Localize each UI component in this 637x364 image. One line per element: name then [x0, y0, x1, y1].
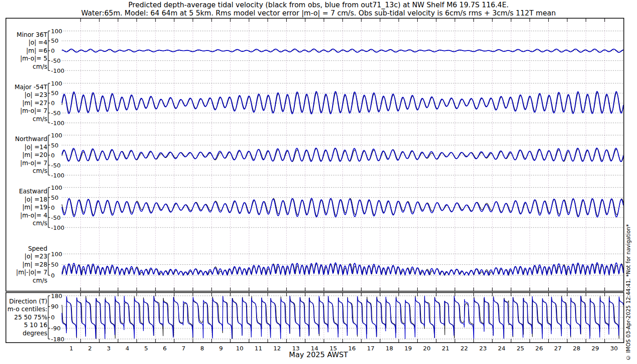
panel-label-line: |m|-|o|= 7: [0, 268, 47, 277]
panel-label-line: |o| =4: [0, 39, 47, 47]
panel-label-block-minor: Minor 36T|o| =4|m| =6|m-o|= 5cm/s: [0, 31, 47, 71]
panel-label-line: |m| =27: [0, 99, 47, 107]
panel-label-line: |m| =19: [0, 203, 47, 212]
y-tick-label: -90: [51, 325, 61, 331]
panel-label-line: |o| =23: [0, 253, 47, 261]
panel-label-block-east: Eastward|o| =18|m| =19|m-o|= 4cm/s: [0, 187, 47, 228]
tidal-plot-canvas: [0, 0, 637, 364]
y-tick-label: 100: [51, 81, 63, 86]
panel-label-line: |m-o|= 4: [0, 212, 47, 220]
copyright-vertical-text: © IMOS 03-Apr-2025 12:44:41. *Not for na…: [625, 183, 632, 361]
panel-label-line: Minor 36T: [0, 31, 47, 39]
y-tick-label: 100: [51, 251, 63, 257]
panel-label-line: cm/s: [0, 115, 47, 123]
panel-label-line: |m| =28: [0, 261, 47, 269]
y-tick-label: 180: [51, 293, 63, 299]
y-tick-label: -50: [51, 215, 61, 221]
y-tick-label: 50: [51, 262, 59, 268]
panel-label-line: |o| =14: [0, 143, 47, 152]
panel-label-block-dir: Direction (T)m-o centiles:25 50 75%5 10 …: [0, 298, 47, 338]
y-tick-label: -100: [51, 225, 65, 231]
y-tick-label: -50: [51, 110, 61, 116]
panel-label-line: |m| =20: [0, 151, 47, 159]
y-tick-label: 0: [51, 100, 55, 106]
y-tick-label: -100: [51, 172, 65, 178]
y-tick-label: 90: [51, 303, 59, 309]
panel-label-line: Major -54T: [0, 83, 47, 91]
panel-label-block-major: Major -54T|o| =23|m| =27|m-o|= 7cm/s: [0, 83, 47, 123]
panel-label-line: |m-o|= 7: [0, 107, 47, 115]
y-tick-label: 50: [51, 38, 59, 44]
panel-label-line: Eastward: [0, 187, 47, 196]
y-tick-label: -180: [51, 336, 65, 342]
panel-label-line: |m-o|= 7: [0, 159, 47, 167]
y-tick-label: 0: [51, 314, 55, 320]
y-tick-label: 0: [51, 205, 55, 211]
panel-label-line: m-o centiles:: [0, 305, 47, 313]
panel-label-block-speed: Speed|o| =23|m| =28|m|-|o|= 7cm/s: [0, 245, 47, 285]
y-tick-label: 50: [51, 90, 59, 96]
y-tick-label: 100: [51, 132, 63, 138]
panel-label-line: cm/s: [0, 167, 47, 175]
y-tick-label: 100: [51, 185, 63, 191]
y-tick-label: -50: [51, 162, 61, 168]
panel-label-line: cm/s: [0, 63, 47, 71]
x-axis-label: May 2025 AWST: [0, 350, 637, 359]
panel-label-line: |o| =23: [0, 91, 47, 99]
panel-label-line: 5 10 16: [0, 321, 47, 329]
panel-label-line: |m| =6: [0, 47, 47, 55]
panel-label-line: degrees: [0, 329, 47, 338]
panel-label-line: cm/s: [0, 219, 47, 228]
y-tick-label: -50: [51, 58, 61, 64]
panel-label-line: 25 50 75%: [0, 313, 47, 322]
panel-label-block-north: Northward|o| =14|m| =20|m-o|= 7cm/s: [0, 135, 47, 175]
y-tick-label: 50: [51, 142, 59, 148]
figure-root: Predicted depth-average tidal velocity (…: [0, 0, 637, 364]
y-tick-label: 0: [51, 152, 55, 158]
y-tick-label: 100: [51, 28, 63, 34]
y-tick-label: 50: [51, 195, 59, 201]
panel-label-line: |o| =18: [0, 196, 47, 204]
panel-label-line: Northward: [0, 135, 47, 143]
y-tick-label: -100: [51, 68, 65, 74]
panel-label-line: |m-o|= 5: [0, 55, 47, 63]
y-tick-label: 0: [51, 273, 55, 278]
y-tick-label: 0: [51, 48, 55, 54]
panel-label-line: Direction (T): [0, 298, 47, 306]
panel-label-line: cm/s: [0, 277, 47, 285]
y-tick-label: -100: [51, 120, 65, 126]
panel-label-line: Speed: [0, 245, 47, 253]
